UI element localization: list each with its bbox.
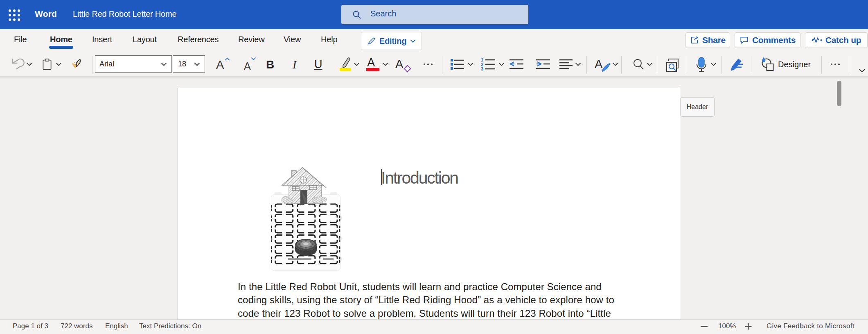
svg-text:3: 3	[481, 66, 483, 71]
